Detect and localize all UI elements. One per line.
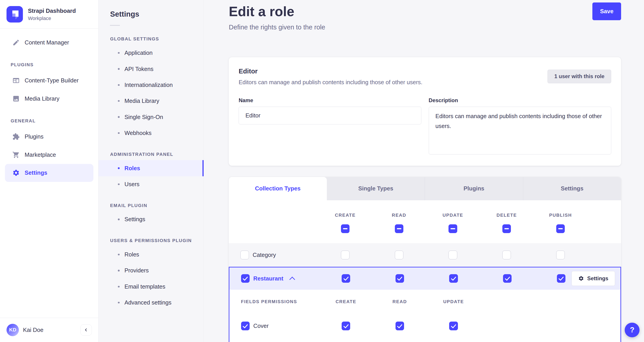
sidebar-item-label: Marketplace [25, 152, 56, 158]
select-all-read-checkbox[interactable] [395, 224, 403, 233]
page-title: Edit a role [229, 3, 325, 20]
tab-collection-types[interactable]: Collection Types [229, 177, 326, 200]
fields-permissions-header: FIELDS PERMISSIONS CREATE READ UPDATE [230, 290, 620, 314]
cover-row-checkbox[interactable] [241, 321, 250, 330]
save-button[interactable]: Save [592, 3, 621, 20]
subnav-section-administration-panel: ADMINISTRATION PANEL Roles Users [98, 152, 203, 192]
question-mark-icon: ? [630, 325, 634, 334]
settings-button-label: Settings [587, 275, 608, 282]
image-icon [12, 95, 20, 102]
app-window: Strapi Dashboard Workplace Content Manag… [0, 0, 644, 342]
subnav-item-single-sign-on[interactable]: Single Sign-On [98, 109, 203, 125]
tab-settings[interactable]: Settings [523, 177, 621, 200]
select-all-delete-checkbox[interactable] [502, 224, 511, 233]
name-field-label: Name [238, 97, 421, 104]
table-row-restaurant: Restaurant Settings [230, 267, 620, 290]
sidebar-item-label: Media Library [25, 95, 60, 102]
cover-read-checkbox[interactable] [396, 321, 404, 330]
subnav-item-providers[interactable]: Providers [98, 262, 203, 278]
subnav-item-email-settings[interactable]: Settings [98, 211, 203, 227]
bullet-icon [118, 68, 120, 70]
fields-column-update: UPDATE [443, 299, 464, 304]
subnav-item-internationalization[interactable]: Internationalization [98, 77, 203, 93]
role-name-input[interactable] [238, 107, 421, 124]
settings-subnav: Settings GLOBAL SETTINGS Application API… [98, 0, 204, 342]
sidebar-item-media-library[interactable]: Media Library [0, 90, 98, 108]
tab-single-types[interactable]: Single Types [327, 177, 425, 200]
cart-icon [12, 151, 20, 159]
role-details-card: Editor Editors can manage and publish co… [229, 57, 621, 166]
restaurant-delete-checkbox[interactable] [503, 274, 512, 283]
subnav-item-users[interactable]: Users [98, 176, 203, 192]
subnav-title: Settings [98, 0, 203, 19]
role-description-text: Editors can manage and publish contents … [238, 79, 422, 86]
restaurant-update-checkbox[interactable] [449, 274, 458, 283]
bullet-icon [118, 167, 120, 169]
pencil-icon [12, 39, 20, 46]
cover-update-checkbox[interactable] [449, 321, 458, 330]
bullet-icon [118, 254, 120, 255]
user-name: Kai Doe [23, 327, 76, 333]
select-all-publish-checkbox[interactable] [556, 224, 565, 233]
restaurant-create-checkbox[interactable] [342, 274, 350, 283]
restaurant-row-checkbox[interactable] [241, 274, 250, 283]
cover-create-checkbox[interactable] [342, 321, 350, 330]
app-title: Strapi Dashboard [28, 7, 76, 15]
users-with-role-button[interactable]: 1 user with this role [548, 70, 611, 83]
select-all-update-checkbox[interactable] [448, 224, 457, 233]
subnav-item-advanced-settings[interactable]: Advanced settings [98, 295, 203, 310]
subnav-item-application[interactable]: Application [98, 45, 203, 61]
select-all-create-checkbox[interactable] [341, 224, 350, 233]
category-read-checkbox[interactable] [395, 251, 403, 259]
chevron-up-icon[interactable] [290, 277, 295, 282]
subnav-item-api-tokens[interactable]: API Tokens [98, 61, 203, 77]
bullet-icon [118, 218, 120, 220]
field-row-name: Name [230, 338, 620, 342]
sidebar-item-content-type-builder[interactable]: Content-Type Builder [0, 72, 98, 90]
tab-plugins[interactable]: Plugins [425, 177, 523, 200]
subnav-item-media-library[interactable]: Media Library [98, 93, 203, 109]
fields-column-read: READ [392, 299, 407, 304]
bullet-icon [118, 286, 120, 287]
field-row-label: Cover [253, 323, 268, 329]
permissions-table: CREATE READ UPDATE DELETE PUBLISH [229, 200, 621, 342]
gear-icon [12, 169, 20, 176]
restaurant-publish-checkbox[interactable] [557, 274, 566, 283]
category-row-checkbox[interactable] [240, 251, 249, 259]
permissions-tabs: Collection Types Single Types Plugins Se… [229, 177, 621, 200]
subnav-item-webhooks[interactable]: Webhooks [98, 125, 203, 141]
subnav-section-global-settings: GLOBAL SETTINGS Application API Tokens I… [98, 36, 203, 141]
sidebar-item-plugins[interactable]: Plugins [0, 128, 98, 146]
bullet-icon [118, 270, 120, 271]
sidebar-item-marketplace[interactable]: Marketplace [0, 146, 98, 164]
column-header-update: UPDATE [442, 213, 463, 218]
role-description-input[interactable]: Editors can manage and publish contents … [429, 107, 611, 154]
category-delete-checkbox[interactable] [502, 251, 511, 259]
subnav-item-up-roles[interactable]: Roles [98, 247, 203, 262]
puzzle-icon [12, 133, 20, 140]
subnav-item-roles[interactable]: Roles [98, 160, 203, 176]
sidebar-nav: Content Manager PLUGINS Content-Type Bui… [0, 29, 98, 318]
category-publish-checkbox[interactable] [556, 251, 565, 259]
help-button[interactable]: ? [625, 323, 640, 337]
sidebar-item-content-manager[interactable]: Content Manager [0, 34, 98, 52]
role-name-heading: Editor [238, 67, 422, 76]
bullet-icon [118, 302, 120, 303]
restaurant-read-checkbox[interactable] [396, 274, 404, 283]
row-label[interactable]: Category [252, 252, 276, 258]
row-label[interactable]: Restaurant [253, 275, 283, 282]
sidebar-item-label: Content Manager [25, 39, 69, 46]
restaurant-settings-button[interactable]: Settings [572, 271, 615, 286]
workspace-header[interactable]: Strapi Dashboard Workplace [0, 0, 98, 29]
category-create-checkbox[interactable] [341, 251, 350, 259]
category-update-checkbox[interactable] [448, 251, 457, 259]
page-subtitle: Define the rights given to the role [229, 23, 325, 31]
sidebar-section-plugins: PLUGINS [0, 52, 98, 72]
sidebar-item-label: Plugins [25, 133, 44, 140]
sidebar-item-settings[interactable]: Settings [5, 164, 94, 182]
collapse-sidebar-button[interactable] [80, 324, 92, 336]
fields-column-create: CREATE [336, 299, 356, 304]
subnav-item-email-templates[interactable]: Email templates [98, 279, 203, 295]
avatar: KD [6, 324, 19, 336]
bullet-icon [118, 84, 120, 86]
